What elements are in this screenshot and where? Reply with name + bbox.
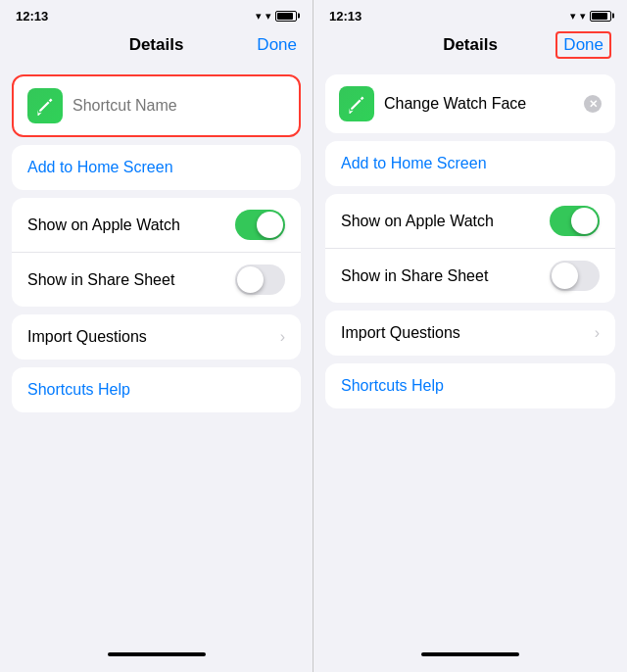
toggle-label-apple-watch-2: Show on Apple Watch [341,213,494,230]
import-row-2[interactable]: Import Questions › [325,311,615,356]
clear-button-2[interactable]: ✕ [584,95,602,113]
add-home-screen-section-2: Add to Home Screen [325,141,615,186]
home-bar-2 [421,652,519,656]
done-button-1[interactable]: Done [257,35,297,55]
wand-icon-2 [347,94,366,114]
toggle-label-share-sheet-2: Show in Share Sheet [341,267,488,285]
status-bar-2: 12:13 ▾ ▾ [314,0,627,27]
home-indicator-1 [12,652,301,664]
import-label-2: Import Questions [341,324,460,342]
toggle-apple-watch-2[interactable] [550,206,600,236]
shortcut-icon-1 [27,88,63,123]
home-indicator-2 [325,652,615,664]
help-section-2: Shortcuts Help [325,363,615,408]
nav-title-1: Details [129,35,184,55]
toggle-knob-2 [237,266,264,293]
toggle-label-share-sheet-1: Show in Share Sheet [27,271,174,289]
import-row-1[interactable]: Import Questions › [12,314,301,360]
toggle-label-apple-watch-1: Show on Apple Watch [27,216,180,234]
signal-icon-1: ▾ [256,10,262,23]
add-home-screen-link-2[interactable]: Add to Home Screen [341,155,487,171]
panel-1: 12:13 ▾ ▾ Details Done Add to Home Scree… [0,0,314,672]
status-bar-1: 12:13 ▾ ▾ [0,0,313,27]
toggle-apple-watch-1[interactable] [235,210,285,240]
home-bar-1 [108,652,206,656]
shortcut-name-section-1 [12,74,301,137]
panel-2: 12:13 ▾ ▾ Details Done Change Watch Face… [314,0,627,672]
status-time-2: 12:13 [329,9,362,24]
shortcut-icon-2 [339,86,374,121]
nav-bar-2: Details Done [314,27,627,67]
add-home-screen-link-1[interactable]: Add to Home Screen [27,159,173,175]
toggle-row-share-sheet-1: Show in Share Sheet [12,252,301,307]
wifi-icon-2: ▾ [580,10,586,23]
toggle-knob-1 [257,212,283,238]
done-button-2[interactable]: Done [555,31,611,59]
chevron-icon-2: › [595,324,600,342]
battery-icon-2 [590,11,611,22]
toggle-knob-3 [571,208,598,234]
shortcut-name-input-1[interactable] [72,97,285,115]
nav-title-2: Details [443,35,498,55]
import-section-1: Import Questions › [12,314,301,360]
shortcut-name-section-2: Change Watch Face ✕ [325,74,615,133]
help-link-1[interactable]: Shortcuts Help [27,381,130,398]
toggle-knob-4 [552,263,578,289]
add-home-screen-section-1: Add to Home Screen [12,145,301,190]
toggle-row-share-sheet-2: Show in Share Sheet [325,248,615,303]
help-section-1: Shortcuts Help [12,367,301,412]
status-icons-2: ▾ ▾ [570,10,611,23]
import-section-2: Import Questions › [325,311,615,356]
battery-icon-1 [275,11,297,22]
chevron-icon-1: › [280,328,285,346]
toggle-row-apple-watch-1: Show on Apple Watch [12,198,301,252]
signal-icon-2: ▾ [570,10,576,23]
toggle-share-sheet-1[interactable] [235,264,285,295]
wand-icon-1 [35,96,55,116]
status-icons-1: ▾ ▾ [256,10,297,23]
toggles-section-2: Show on Apple Watch Show in Share Sheet [325,194,615,303]
status-time-1: 12:13 [16,9,48,24]
shortcut-name-value-2: Change Watch Face [384,95,574,113]
help-link-2[interactable]: Shortcuts Help [341,377,444,394]
toggle-share-sheet-2[interactable] [550,261,600,291]
toggles-section-1: Show on Apple Watch Show in Share Sheet [12,198,301,307]
wifi-icon-1: ▾ [265,10,271,23]
nav-bar-1: Details Done [0,27,313,67]
import-label-1: Import Questions [27,328,147,346]
toggle-row-apple-watch-2: Show on Apple Watch [325,194,615,248]
